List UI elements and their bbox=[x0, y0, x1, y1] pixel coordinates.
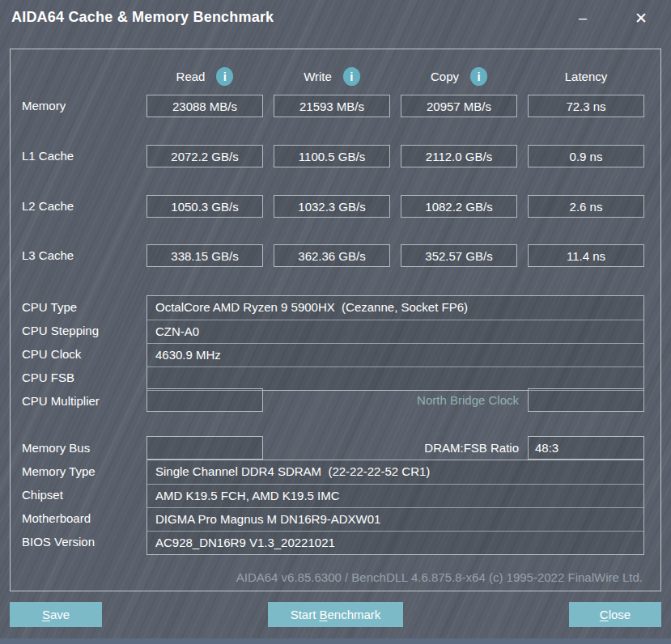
cpu-info-group: OctalCore AMD Ryzen 9 5900HX (Cezanne, S… bbox=[147, 295, 644, 391]
cpu-type-label: CPU Type bbox=[22, 295, 77, 319]
memory-read-value: 23088 MB/s bbox=[147, 95, 263, 117]
cpu-multiplier-value bbox=[147, 388, 263, 412]
l1-latency-value: 0.9 ns bbox=[528, 145, 644, 167]
memory-bus-value bbox=[147, 436, 263, 460]
l2-read-value: 1050.3 GB/s bbox=[147, 195, 263, 218]
cpu-clock-label: CPU Clock bbox=[22, 342, 81, 366]
memory-write-value: 21593 MB/s bbox=[274, 95, 390, 117]
dram-fsb-ratio-label: DRAM:FSB Ratio bbox=[263, 436, 519, 460]
close-button[interactable]: Close bbox=[569, 602, 661, 627]
save-label-post: ave bbox=[50, 608, 70, 621]
column-header-write: Write i bbox=[274, 66, 390, 87]
l1-cache-row-label: L1 Cache bbox=[22, 145, 74, 167]
cpu-stepping-label: CPU Stepping bbox=[22, 319, 99, 342]
minimize-icon[interactable]: – bbox=[565, 3, 601, 32]
cpu-stepping-value: CZN-A0 bbox=[147, 320, 643, 343]
close-label-key: C bbox=[600, 608, 609, 621]
column-header-copy: Copy i bbox=[401, 66, 517, 87]
write-info-icon[interactable]: i bbox=[343, 67, 360, 86]
memory-type-label: Memory Type bbox=[22, 460, 96, 483]
copy-header-label: Copy bbox=[431, 70, 459, 83]
system-info-group: Single Channel DDR4 SDRAM (22-22-22-52 C… bbox=[147, 460, 644, 555]
read-header-label: Read bbox=[176, 70, 206, 83]
cpu-fsb-label: CPU FSB bbox=[22, 366, 74, 389]
l2-latency-value: 2.6 ns bbox=[528, 195, 644, 218]
bios-version-label: BIOS Version bbox=[22, 530, 95, 553]
copy-info-icon[interactable]: i bbox=[470, 67, 487, 86]
north-bridge-clock-value bbox=[528, 388, 644, 412]
column-header-read: Read i bbox=[147, 66, 263, 87]
l2-copy-value: 1082.2 GB/s bbox=[401, 195, 517, 218]
l2-cache-row-label: L2 Cache bbox=[22, 195, 74, 218]
cpu-fsb-value bbox=[147, 366, 643, 390]
memory-copy-value: 20957 MB/s bbox=[401, 95, 517, 117]
window-title: AIDA64 Cache & Memory Benchmark bbox=[11, 9, 274, 26]
l3-write-value: 362.36 GB/s bbox=[274, 244, 390, 267]
l1-read-value: 2072.2 GB/s bbox=[147, 145, 263, 167]
dram-fsb-ratio-value: 48:3 bbox=[528, 436, 644, 460]
start-label-key: B bbox=[319, 608, 327, 621]
close-icon[interactable]: ✕ bbox=[623, 3, 659, 32]
chipset-label: Chipset bbox=[22, 483, 63, 506]
bottom-edge-strip bbox=[0, 638, 671, 644]
cpu-multiplier-label: CPU Multiplier bbox=[22, 389, 100, 413]
l1-write-value: 1100.5 GB/s bbox=[274, 145, 390, 167]
column-header-latency: Latency bbox=[528, 66, 644, 87]
read-info-icon[interactable]: i bbox=[216, 67, 233, 86]
l3-copy-value: 352.57 GB/s bbox=[401, 244, 517, 267]
close-label-post: lose bbox=[609, 608, 631, 621]
benchmark-panel: Read i Write i Copy i Latency Memory 230… bbox=[10, 49, 661, 591]
cpu-type-value: OctalCore AMD Ryzen 9 5900HX (Cezanne, S… bbox=[147, 296, 643, 320]
latency-header-label: Latency bbox=[565, 70, 608, 83]
start-benchmark-button[interactable]: Start Benchmark bbox=[268, 602, 403, 627]
version-copyright-text: AIDA64 v6.85.6300 / BenchDLL 4.6.875.8-x… bbox=[236, 570, 643, 584]
memory-latency-value: 72.3 ns bbox=[528, 95, 644, 117]
chipset-value: AMD K19.5 FCH, AMD K19.5 IMC bbox=[147, 484, 643, 507]
memory-row-label: Memory bbox=[22, 95, 66, 117]
bios-version-value: AC928_DN16R9 V1.3_20221021 bbox=[147, 531, 643, 554]
l3-cache-row-label: L3 Cache bbox=[22, 244, 74, 267]
write-header-label: Write bbox=[304, 70, 332, 83]
l1-copy-value: 2112.0 GB/s bbox=[401, 145, 517, 167]
north-bridge-clock-label: North Bridge Clock bbox=[263, 388, 519, 412]
save-label-key: S bbox=[42, 608, 50, 621]
l3-latency-value: 11.4 ns bbox=[528, 244, 644, 267]
cpu-clock-value: 4630.9 MHz bbox=[147, 343, 643, 366]
memory-bus-label: Memory Bus bbox=[22, 436, 90, 460]
start-label-post: enchmark bbox=[328, 608, 381, 621]
l2-write-value: 1032.3 GB/s bbox=[274, 195, 390, 218]
motherboard-label: Motherboard bbox=[22, 506, 91, 530]
memory-type-value: Single Channel DDR4 SDRAM (22-22-22-52 C… bbox=[147, 460, 643, 484]
save-button[interactable]: Save bbox=[10, 602, 102, 627]
start-label-pre: Start bbox=[291, 608, 320, 621]
motherboard-value: DIGMA Pro Magnus M DN16R9-ADXW01 bbox=[147, 507, 643, 531]
l3-read-value: 338.15 GB/s bbox=[147, 244, 263, 267]
